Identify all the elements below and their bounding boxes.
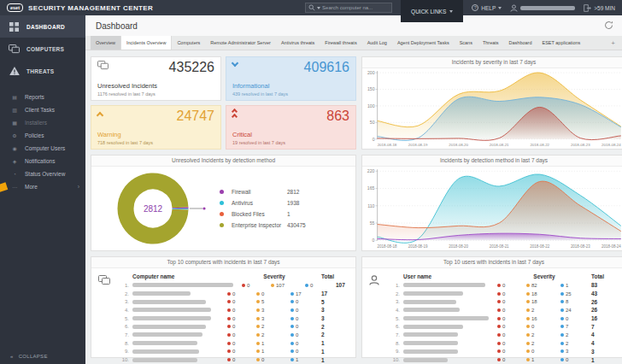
table-row[interactable]: 6.0202 xyxy=(119,322,350,331)
table-row[interactable]: 6.0077 xyxy=(390,322,620,331)
refresh-button[interactable] xyxy=(604,18,613,33)
tab-antivirus-threats[interactable]: Antivirus threats xyxy=(276,36,320,50)
severity-dot-icon xyxy=(290,342,294,345)
svg-text:2018-08-23: 2018-08-23 xyxy=(571,244,590,249)
card-critical[interactable]: 863 Critical 19 resolved in last 7 days xyxy=(226,105,356,150)
help-menu[interactable]: ? HELP xyxy=(472,4,502,11)
table-row[interactable]: 1.082183 xyxy=(390,281,620,290)
sidebar-item-status-overview[interactable]: ◔Status Overview xyxy=(0,167,85,180)
sidebar-item-notifications[interactable]: ◈Notifications xyxy=(0,155,85,167)
table-row[interactable]: 7.0202 xyxy=(119,331,350,339)
add-dashboard-button[interactable]: + xyxy=(611,36,615,50)
svg-text:55: 55 xyxy=(370,220,375,226)
severity-count: 0 xyxy=(227,357,256,362)
installers-icon: ▦ xyxy=(10,120,19,126)
severity-count: 3 xyxy=(256,308,290,313)
collapse-button[interactable]: « COLLAPSE xyxy=(10,354,48,359)
tab-computers[interactable]: Computers xyxy=(172,36,205,50)
card-label: Informational xyxy=(232,82,269,90)
refresh-icon xyxy=(604,21,613,30)
tab-scans[interactable]: Scans xyxy=(455,36,478,50)
sidebar-item-reports[interactable]: ▤Reports xyxy=(0,91,85,103)
table-row[interactable]: 5.016016 xyxy=(390,314,620,323)
table-row[interactable]: 4.0303 xyxy=(119,306,350,314)
sidebar-item-more[interactable]: ⋯More› xyxy=(0,180,85,193)
legend-value: 430475 xyxy=(287,222,337,228)
sidebar-item-computers[interactable]: COMPUTERS xyxy=(0,38,85,60)
tab-dashboard[interactable]: Dashboard xyxy=(504,36,537,50)
severity-count: 3 xyxy=(560,349,591,354)
sidebar-item-threats[interactable]: THREATS xyxy=(0,60,85,82)
table-row[interactable]: 9.0101 xyxy=(119,348,350,356)
severity-count: 1 xyxy=(560,283,591,288)
sidebar-item-dashboard[interactable]: DASHBOARD xyxy=(0,15,85,38)
sidebar-item-policies[interactable]: ⚙Policies xyxy=(0,129,85,142)
panel-title: Top 10 computers with incidents in last … xyxy=(91,257,355,268)
user-icon xyxy=(510,4,518,12)
svg-text:2018-08-18: 2018-08-18 xyxy=(378,244,397,249)
table-header: User name Severity Total xyxy=(390,272,620,281)
svg-text:2018-08-22: 2018-08-22 xyxy=(530,143,549,147)
sidebar-item-label: THREATS xyxy=(26,68,54,74)
tab-incidents-overview[interactable]: Incidents Overview xyxy=(120,36,172,50)
computer-name-redacted xyxy=(132,300,206,304)
severity-count: 0 xyxy=(497,299,526,304)
sidebar-item-computer-users[interactable]: ◉Computer Users xyxy=(0,142,85,155)
sidebar-item-client-tasks[interactable]: ▥Client Tasks xyxy=(0,103,85,116)
card-warning[interactable]: 24747 Warning 718 resolved in last 7 day… xyxy=(91,105,221,150)
card-unresolved-incidents[interactable]: 435226 Unresolved Incidents 1176 resolve… xyxy=(91,56,221,101)
severity-dot-icon xyxy=(227,342,231,345)
severity-dot-icon xyxy=(526,333,530,337)
severity-count: 8 xyxy=(560,299,591,304)
severity-dot-icon xyxy=(290,325,294,328)
tab-firewall-threats[interactable]: Firewall threats xyxy=(320,36,361,50)
session-timer[interactable]: >59 MIN xyxy=(584,4,615,12)
tab-remote-administrator-server[interactable]: Remote Administrator Server xyxy=(205,36,276,50)
search-box[interactable] xyxy=(305,3,392,13)
dashboard-tabstrip: OverviewIncidents OverviewComputersRemot… xyxy=(85,36,622,50)
table-row[interactable]: 3.018826 xyxy=(390,297,620,306)
row-total: 16 xyxy=(591,315,620,321)
table-row[interactable]: 4.022426 xyxy=(390,306,620,314)
table-row[interactable]: 2.001717 xyxy=(119,290,350,298)
row-total: 107 xyxy=(336,282,365,288)
tab-eset-applications[interactable]: ESET applications xyxy=(537,36,586,50)
row-rank: 3. xyxy=(390,299,403,304)
row-rank: 6. xyxy=(119,324,132,329)
legend-dot xyxy=(220,212,224,216)
quick-links-menu[interactable]: QUICK LINKS xyxy=(401,0,463,22)
user-name-redacted xyxy=(403,308,460,312)
help-icon: ? xyxy=(472,4,478,11)
tab-agent-deployment-tasks[interactable]: Agent Deployment Tasks xyxy=(392,36,455,50)
table-row[interactable]: 8.0224 xyxy=(390,339,620,348)
svg-text:2018-08-21: 2018-08-21 xyxy=(490,143,509,147)
row-total: 26 xyxy=(591,299,620,305)
severity-dot-icon xyxy=(526,349,530,353)
row-rank: 3. xyxy=(119,299,132,304)
table-row[interactable]: 3.0505 xyxy=(119,297,350,306)
sidebar-item-installers[interactable]: ▦Installers xyxy=(0,116,85,129)
sidebar-item-label: DASHBOARD xyxy=(26,24,65,30)
table-row[interactable]: 1.01070107 xyxy=(119,281,350,290)
card-subtext: 1176 resolved in last 7 days xyxy=(97,91,156,97)
tab-threats[interactable]: Threats xyxy=(478,36,504,50)
tab-overview[interactable]: Overview xyxy=(91,36,120,50)
top-computers-panel: Top 10 computers with incidents in last … xyxy=(91,256,356,358)
page-title: Dashboard xyxy=(96,21,138,31)
user-menu[interactable] xyxy=(510,4,575,12)
table-row[interactable]: 10.0011 xyxy=(119,355,350,364)
search-input[interactable] xyxy=(322,5,389,10)
severity-count: 0 xyxy=(497,341,526,346)
table-row[interactable]: 5.0303 xyxy=(119,314,350,323)
search-type-caret-icon[interactable] xyxy=(317,7,320,9)
tab-audit-log[interactable]: Audit Log xyxy=(362,36,392,50)
user-name-redacted xyxy=(403,283,485,287)
table-row[interactable]: 10.0101 xyxy=(390,355,620,364)
column-total: Total xyxy=(591,273,620,279)
severity-count: 0 xyxy=(227,324,256,329)
table-row[interactable]: 2.0182543 xyxy=(390,290,620,298)
table-row[interactable]: 9.0033 xyxy=(390,348,620,356)
card-informational[interactable]: 409616 Informational 439 resolved in las… xyxy=(226,56,356,101)
table-row[interactable]: 8.0101 xyxy=(119,339,350,348)
table-row[interactable]: 7.0224 xyxy=(390,331,620,339)
